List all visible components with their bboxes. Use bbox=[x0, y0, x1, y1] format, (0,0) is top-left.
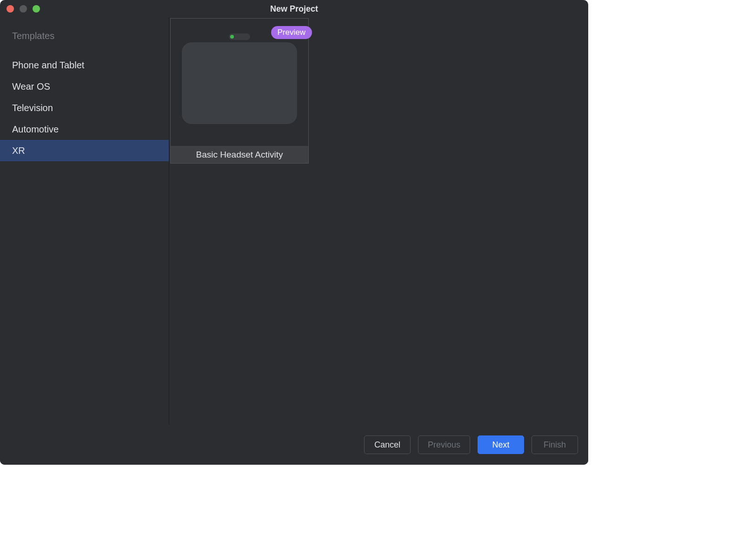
template-label: Basic Headset Activity bbox=[171, 146, 308, 163]
sidebar-item-label: Wear OS bbox=[12, 81, 50, 92]
headset-sensor-pill-icon bbox=[229, 33, 250, 40]
templates-sidebar: Templates Phone and Tablet Wear OS Telev… bbox=[0, 18, 169, 425]
sidebar-item-xr[interactable]: XR bbox=[0, 140, 169, 161]
dialog-body: Templates Phone and Tablet Wear OS Telev… bbox=[0, 18, 588, 425]
minimize-window-icon[interactable] bbox=[20, 5, 27, 13]
sidebar-item-label: Television bbox=[12, 103, 53, 113]
headset-screen-icon bbox=[181, 42, 298, 125]
finish-button: Finish bbox=[531, 435, 578, 454]
previous-button: Previous bbox=[418, 435, 470, 454]
sidebar-item-label: Automotive bbox=[12, 124, 59, 135]
sidebar-item-automotive[interactable]: Automotive bbox=[0, 119, 169, 140]
template-card-basic-headset-activity[interactable]: Preview Basic Headset Activity bbox=[170, 18, 309, 164]
preview-badge: Preview bbox=[271, 26, 312, 39]
next-button[interactable]: Next bbox=[478, 435, 524, 454]
template-preview: Preview bbox=[171, 19, 308, 146]
titlebar: New Project bbox=[0, 0, 588, 18]
window-controls bbox=[7, 5, 40, 13]
close-window-icon[interactable] bbox=[7, 5, 14, 13]
new-project-dialog: New Project Templates Phone and Tablet W… bbox=[0, 0, 588, 465]
window-title: New Project bbox=[0, 4, 588, 14]
dialog-footer: Cancel Previous Next Finish bbox=[0, 425, 588, 465]
cancel-button[interactable]: Cancel bbox=[364, 435, 411, 454]
sidebar-item-television[interactable]: Television bbox=[0, 97, 169, 119]
templates-heading: Templates bbox=[0, 31, 169, 54]
sidebar-item-label: Phone and Tablet bbox=[12, 60, 84, 71]
sidebar-item-label: XR bbox=[12, 145, 25, 156]
templates-grid: Preview Basic Headset Activity bbox=[169, 18, 588, 425]
sidebar-item-phone-and-tablet[interactable]: Phone and Tablet bbox=[0, 54, 169, 76]
headset-device-icon bbox=[181, 32, 298, 134]
status-led-icon bbox=[230, 35, 234, 39]
zoom-window-icon[interactable] bbox=[33, 5, 40, 13]
sidebar-item-wear-os[interactable]: Wear OS bbox=[0, 76, 169, 97]
